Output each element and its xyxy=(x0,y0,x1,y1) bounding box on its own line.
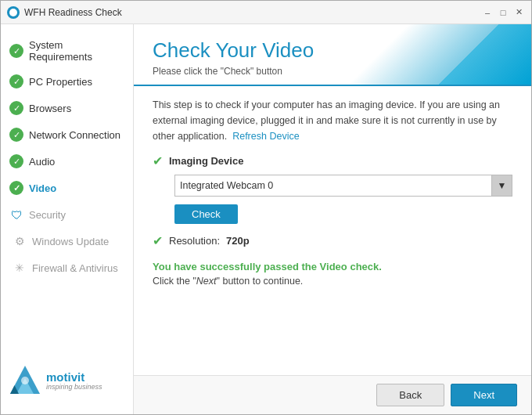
sidebar-item-system-requirements[interactable]: ✓ System Requirements xyxy=(1,34,133,68)
app-window: WFH Readiness Check – □ ✕ ✓ System Requi… xyxy=(0,0,532,415)
logo-brand: motivit xyxy=(46,371,102,383)
close-button[interactable]: ✕ xyxy=(512,6,525,19)
window-title: WFH Readiness Check xyxy=(24,7,481,18)
page-header: Check Your Video Please click the "Check… xyxy=(134,24,531,85)
app-icon xyxy=(7,6,20,19)
success-message: You have successfully passed the Video c… xyxy=(153,261,512,272)
sidebar-label-firewall-antivirus: Firewall & Antivirus xyxy=(32,262,118,274)
resolution-value: 720p xyxy=(226,235,250,247)
minimize-button[interactable]: – xyxy=(481,6,494,19)
sidebar-item-firewall-antivirus[interactable]: ✳ Firewall & Antivirus xyxy=(1,254,133,281)
sidebar-label-browsers: Browsers xyxy=(29,103,71,114)
description-content: This step is to check if your computer h… xyxy=(153,99,500,142)
back-button[interactable]: Back xyxy=(376,384,444,406)
sidebar-label-audio: Audio xyxy=(29,156,55,168)
next-button[interactable]: Next xyxy=(451,384,517,406)
content-area: ✓ System Requirements ✓ PC Properties ✓ … xyxy=(1,24,531,414)
sidebar-label-pc-properties: PC Properties xyxy=(29,76,92,88)
sidebar-item-windows-update[interactable]: ⚙ Windows Update xyxy=(1,228,133,254)
footer: Back Next xyxy=(134,375,531,414)
device-select-row: Integrated Webcam 0 ▼ xyxy=(174,175,512,197)
check-icon-system: ✓ xyxy=(9,43,24,59)
description-text: This step is to check if your computer h… xyxy=(153,97,512,144)
sidebar-label-windows-update: Windows Update xyxy=(32,236,109,247)
gear-icon-firewall: ✳ xyxy=(12,260,27,276)
resolution-row: ✔ Resolution: 720p xyxy=(153,233,512,248)
logo-image xyxy=(9,364,41,397)
sidebar-item-pc-properties[interactable]: ✓ PC Properties xyxy=(1,68,133,95)
sidebar-item-security[interactable]: 🛡 Security xyxy=(1,201,133,228)
imaging-device-row: ✔ Imaging Device xyxy=(153,153,512,168)
page-subtitle: Please click the "Check" button xyxy=(153,66,512,77)
sidebar-label-security: Security xyxy=(29,209,66,221)
sidebar-item-video[interactable]: ✓ Video xyxy=(1,175,133,201)
maximize-button[interactable]: □ xyxy=(497,6,509,19)
dropdown-arrow-icon[interactable]: ▼ xyxy=(492,175,512,197)
check-icon-pc: ✓ xyxy=(9,74,24,89)
check-icon-video: ✓ xyxy=(9,180,24,196)
resolution-check-mark: ✔ xyxy=(153,233,163,248)
shield-icon: 🛡 xyxy=(9,207,24,222)
sidebar-item-network-connection[interactable]: ✓ Network Connection xyxy=(1,121,133,148)
continue-message: Click the "Next" button to continue. xyxy=(153,276,512,287)
check-button[interactable]: Check xyxy=(174,204,238,224)
next-word-italic: Next xyxy=(196,276,217,287)
check-icon-browsers: ✓ xyxy=(9,100,24,116)
app-logo: motivit inspiring business xyxy=(1,356,133,405)
sidebar: ✓ System Requirements ✓ PC Properties ✓ … xyxy=(1,24,134,414)
window-controls: – □ ✕ xyxy=(481,6,525,19)
sidebar-label-network-connection: Network Connection xyxy=(29,129,120,141)
refresh-device-link[interactable]: Refresh Device xyxy=(232,131,299,142)
sidebar-item-audio[interactable]: ✓ Audio xyxy=(1,148,133,175)
svg-point-0 xyxy=(9,9,17,16)
logo-tagline: inspiring business xyxy=(46,383,102,391)
gear-icon-windows-update: ⚙ xyxy=(12,233,27,249)
check-icon-audio: ✓ xyxy=(9,153,24,169)
sidebar-item-browsers[interactable]: ✓ Browsers xyxy=(1,95,133,121)
resolution-label: Resolution: xyxy=(169,235,220,247)
svg-point-4 xyxy=(21,377,29,384)
check-button-row: Check xyxy=(174,204,512,224)
sidebar-label-system-requirements: System Requirements xyxy=(29,39,125,63)
main-body: This step is to check if your computer h… xyxy=(134,86,531,375)
page-title: Check Your Video xyxy=(153,38,512,63)
device-dropdown[interactable]: Integrated Webcam 0 xyxy=(174,175,492,197)
imaging-device-label: Imaging Device xyxy=(169,155,243,167)
imaging-check-mark: ✔ xyxy=(153,153,163,168)
main-panel: Check Your Video Please click the "Check… xyxy=(134,24,531,414)
sidebar-label-video: Video xyxy=(29,182,56,194)
check-icon-network: ✓ xyxy=(9,127,24,143)
logo-text: motivit inspiring business xyxy=(46,371,102,391)
title-bar: WFH Readiness Check – □ ✕ xyxy=(1,1,531,24)
